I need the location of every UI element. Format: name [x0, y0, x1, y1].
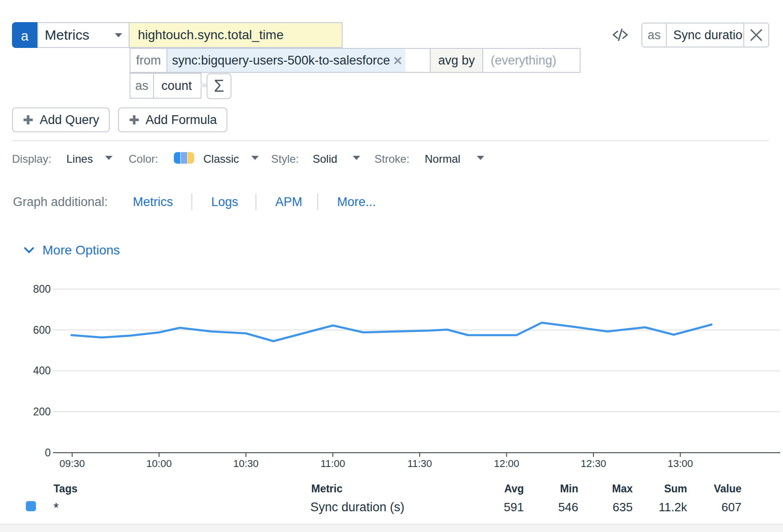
svg-text:200: 200 [33, 406, 51, 418]
svg-text:10:00: 10:00 [146, 458, 172, 469]
svg-text:13:00: 13:00 [668, 458, 693, 469]
svg-text:600: 600 [33, 324, 51, 336]
svg-text:400: 400 [33, 365, 51, 377]
svg-text:09:30: 09:30 [59, 458, 85, 469]
svg-text:12:30: 12:30 [581, 458, 606, 469]
svg-text:10:30: 10:30 [233, 458, 259, 469]
svg-text:800: 800 [33, 283, 51, 295]
svg-text:0: 0 [45, 447, 51, 459]
svg-text:12:00: 12:00 [494, 458, 519, 469]
svg-text:11:30: 11:30 [407, 458, 432, 469]
svg-text:11:00: 11:00 [320, 458, 345, 469]
